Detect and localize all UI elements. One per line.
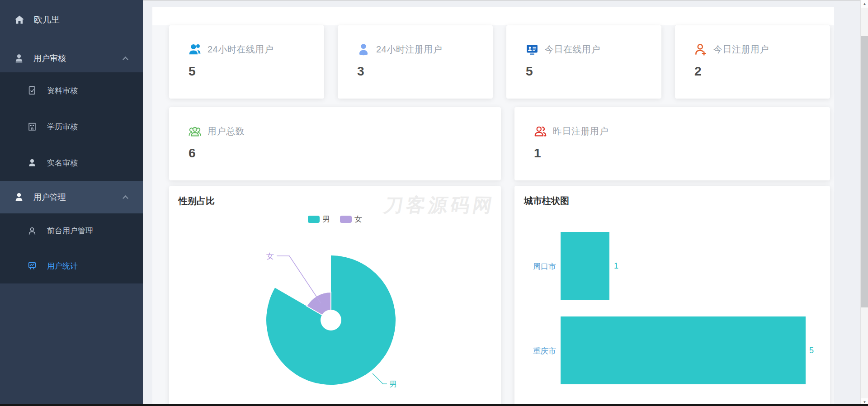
bar-chongqing[interactable] xyxy=(561,316,806,384)
sidebar-submenu-management: 前台用户管理 用户统计 xyxy=(0,213,143,283)
legend-item-female[interactable]: 女 xyxy=(340,214,362,224)
sidebar-item-front-user-management[interactable]: 前台用户管理 xyxy=(0,213,143,248)
sidebar: 欧几里 用户审核 资料审核 学历审核 xyxy=(0,0,143,406)
sidebar-item-label: 学历审核 xyxy=(47,122,78,132)
sidebar-logo-label: 欧几里 xyxy=(34,14,60,26)
person-icon xyxy=(27,158,37,168)
sidebar-item-data-audit[interactable]: 资料审核 xyxy=(0,72,143,109)
chevron-up-icon xyxy=(123,57,128,62)
sidebar-item-realname-audit[interactable]: 实名审核 xyxy=(0,145,143,181)
stat-card-online-24h: 24小时在线用户 5 xyxy=(169,25,324,99)
home-icon xyxy=(14,14,25,25)
bar-chart-title: 城市柱状图 xyxy=(524,195,569,207)
window-bottom-border xyxy=(0,404,868,406)
stat-card-online-today: 今日在线用户 5 xyxy=(506,25,661,99)
sidebar-item-user-management[interactable]: 用户管理 xyxy=(0,181,143,213)
stat-card-total-users: 用户总数 6 xyxy=(169,107,501,180)
user-icon xyxy=(14,192,24,203)
pie-chart-title: 性别占比 xyxy=(179,195,215,207)
sidebar-item-label: 资料审核 xyxy=(47,85,78,96)
pie-inner-hole xyxy=(321,310,341,330)
sidebar-item-label: 用户统计 xyxy=(47,261,78,271)
scroll-up-button[interactable]: ▲ xyxy=(861,0,868,8)
stat-card-registered-today: 今日注册用户 2 xyxy=(675,25,830,99)
legend-swatch-female xyxy=(340,216,352,223)
users-icon xyxy=(188,42,202,56)
stat-value: 6 xyxy=(189,146,196,161)
city-bar-chart-card: 城市柱状图 周口市 1 重庆市 5 xyxy=(514,186,830,406)
sidebar-logo[interactable]: 欧几里 xyxy=(0,4,143,36)
watermark: 刀客源码网 xyxy=(382,193,497,218)
main-panel-top xyxy=(152,7,834,25)
stat-card-registered-24h: 24小时注册用户 3 xyxy=(338,25,493,99)
sidebar-item-label: 实名审核 xyxy=(47,158,78,168)
window-top-border xyxy=(143,0,868,1)
stat-label: 今日在线用户 xyxy=(545,43,600,56)
user-audit-icon xyxy=(14,53,24,64)
person-outline-icon xyxy=(27,226,37,236)
sidebar-submenu-audit: 资料审核 学历审核 实名审核 xyxy=(0,72,143,181)
stat-label: 24小时在线用户 xyxy=(208,43,274,56)
document-check-icon xyxy=(27,85,37,95)
stat-value: 5 xyxy=(189,64,196,79)
stat-label: 今日注册用户 xyxy=(713,43,769,56)
user-plus-icon xyxy=(694,42,708,56)
stat-value: 2 xyxy=(694,64,702,79)
pie-callout-female: 女 xyxy=(266,252,274,260)
pie-leader-line-male xyxy=(373,373,387,384)
legend-item-male[interactable]: 男 xyxy=(308,214,330,224)
user-group-icon xyxy=(188,124,202,138)
pie-callout-male: 男 xyxy=(389,380,397,388)
stat-value: 3 xyxy=(357,64,364,79)
legend-label: 女 xyxy=(354,214,362,224)
bar-category-label: 周口市 xyxy=(514,261,556,272)
users-outline-icon xyxy=(533,124,547,138)
stat-card-registered-yesterday: 昨日注册用户 1 xyxy=(514,107,830,180)
id-card-icon xyxy=(525,42,539,56)
scrollbar-thumb[interactable] xyxy=(861,36,868,307)
bar-value-label: 1 xyxy=(614,261,618,271)
stat-label: 用户总数 xyxy=(208,125,245,137)
stat-value: 1 xyxy=(534,146,541,161)
bar-category-label: 重庆市 xyxy=(514,346,556,356)
stat-label: 昨日注册用户 xyxy=(553,125,609,137)
sidebar-item-education-audit[interactable]: 学历审核 xyxy=(0,109,143,145)
sidebar-item-label: 用户管理 xyxy=(33,192,66,203)
stat-value: 5 xyxy=(526,64,533,79)
vertical-scrollbar[interactable]: ▲ ▼ xyxy=(860,0,868,406)
gender-pie-chart-card: 性别占比 男 女 女 男 xyxy=(169,186,501,406)
sidebar-item-user-statistics[interactable]: 用户统计 xyxy=(0,248,143,283)
chevron-up-icon xyxy=(123,195,128,201)
school-building-icon xyxy=(27,122,37,132)
bar-zhoukou[interactable] xyxy=(561,232,609,300)
chart-board-icon xyxy=(27,261,37,271)
stat-label: 24小时注册用户 xyxy=(376,43,442,56)
legend-swatch-male xyxy=(308,216,320,223)
bar-value-label: 5 xyxy=(809,346,814,355)
user-icon xyxy=(357,42,370,56)
sidebar-item-label: 用户审核 xyxy=(33,53,66,64)
sidebar-item-user-audit[interactable]: 用户审核 xyxy=(0,43,143,73)
app-window: 欧几里 用户审核 资料审核 学历审核 xyxy=(0,0,868,406)
legend-label: 男 xyxy=(322,214,330,224)
sidebar-item-label: 前台用户管理 xyxy=(47,226,93,236)
